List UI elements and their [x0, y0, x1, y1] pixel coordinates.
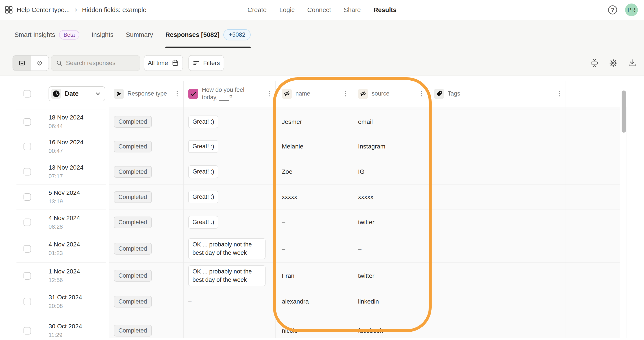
answer-value: – [188, 326, 192, 335]
row-checkbox[interactable] [24, 143, 31, 150]
table-row[interactable]: 5 Nov 2024 13:19 Completed Great! :) xxx… [16, 184, 626, 210]
name-value: Melanie [282, 143, 303, 150]
source-kebab-icon[interactable] [420, 90, 423, 98]
header-name[interactable]: name [276, 80, 352, 107]
name-value: Zoe [282, 168, 292, 175]
row-filler-cell [566, 210, 620, 235]
source-value: – [358, 245, 362, 252]
row-filler-cell [566, 184, 620, 210]
row-response-type-cell: Completed [109, 289, 184, 314]
row-tags-cell [428, 110, 566, 134]
frozen-column-divider [106, 110, 109, 134]
row-scroll-gutter [620, 235, 626, 263]
row-scroll-gutter [620, 210, 626, 235]
table-row[interactable]: 31 Oct 2024 20:08 Completed – alexandra … [16, 289, 626, 314]
select-all-checkbox[interactable] [24, 90, 31, 98]
row-checkbox[interactable] [24, 218, 31, 226]
row-filler-cell [566, 263, 620, 289]
frozen-column-divider [106, 134, 109, 159]
header-select-cell [16, 80, 43, 107]
name-value: Jesmer [282, 118, 302, 126]
row-select-cell [16, 289, 43, 314]
avatar[interactable]: PR [625, 4, 638, 16]
row-scroll-gutter [620, 314, 626, 338]
header-response-type[interactable]: Response type [109, 80, 184, 107]
nav-logic[interactable]: Logic [280, 6, 294, 14]
row-source-cell: twitter [352, 263, 428, 289]
results-page: Help Center type... › Hidden fields: exa… [0, 0, 644, 340]
row-checkbox[interactable] [24, 298, 31, 305]
tags-kebab-icon[interactable] [558, 90, 561, 98]
row-name-cell: Melanie [276, 134, 352, 159]
tab-summary[interactable]: Summary [126, 20, 153, 50]
row-checkbox[interactable] [24, 118, 31, 126]
top-nav: Create Logic Connect Share Results [0, 0, 644, 20]
row-response-type-cell: Completed [109, 134, 184, 159]
help-icon[interactable]: ? [608, 5, 618, 15]
row-time: 13:19 [48, 198, 80, 205]
row-response-type-cell: Completed [109, 110, 184, 134]
row-select-cell [16, 110, 43, 134]
answer-value: OK ... probably not the best day of the … [188, 238, 266, 260]
row-checkbox[interactable] [24, 193, 31, 201]
date-column-dropdown[interactable]: Date [48, 86, 105, 101]
row-name-cell: – [276, 210, 352, 235]
download-icon[interactable] [627, 58, 638, 68]
filters-button[interactable]: Filters [188, 55, 224, 71]
row-source-cell: facebook [352, 314, 428, 338]
vertical-scrollbar-thumb[interactable] [622, 90, 626, 133]
response-type-badge: Completed [114, 141, 152, 152]
row-checkbox[interactable] [24, 327, 31, 334]
nav-results[interactable]: Results [374, 6, 397, 14]
table-row[interactable]: 4 Nov 2024 08:28 Completed Great! :) – t… [16, 210, 626, 235]
row-source-cell: email [352, 110, 428, 134]
gear-icon[interactable] [608, 58, 618, 68]
nav-connect[interactable]: Connect [307, 6, 331, 14]
response-type-badge: Completed [114, 296, 152, 308]
table-row[interactable]: 4 Nov 2024 01:23 Completed OK ... probab… [16, 235, 626, 263]
nav-share[interactable]: Share [344, 6, 361, 14]
answer-value: Great! :) [188, 166, 218, 178]
question-kebab-icon[interactable] [267, 90, 271, 98]
name-kebab-icon[interactable] [344, 90, 347, 98]
response-type-kebab-icon[interactable] [175, 90, 179, 98]
row-answer-cell: Great! :) [184, 210, 276, 235]
row-date: 4 Nov 2024 [48, 241, 80, 248]
row-date: 31 Oct 2024 [48, 294, 82, 301]
tab-smart-insights[interactable]: Smart Insights Beta [14, 20, 79, 50]
tag-icon [434, 89, 444, 99]
row-checkbox[interactable] [24, 245, 31, 252]
tab-responses-label: Responses [5082] [166, 31, 220, 38]
tags-column-label: Tags [448, 90, 460, 98]
table-row[interactable]: 18 Nov 2024 06:44 Completed Great! :) Je… [16, 110, 626, 134]
row-time: 12:56 [48, 277, 80, 284]
header-source[interactable]: source [352, 80, 428, 107]
row-name-cell: Jesmer [276, 110, 352, 134]
source-value: facebook [358, 327, 383, 334]
inbox-view-button[interactable] [13, 56, 31, 70]
row-tags-cell [428, 289, 566, 314]
table-row[interactable]: 30 Oct 2024 11:29 Completed – nicole fac… [16, 314, 626, 338]
row-answer-cell: Great! :) [184, 159, 276, 184]
row-filler-cell [566, 110, 620, 134]
table-row[interactable]: 1 Nov 2024 12:56 Completed OK ... probab… [16, 263, 626, 289]
row-height-icon[interactable] [589, 58, 600, 68]
new-responses-pill[interactable]: +5082 [224, 29, 250, 40]
flagged-view-button[interactable] [31, 56, 48, 70]
header-tags[interactable]: Tags [428, 80, 566, 107]
search-input[interactable] [66, 60, 132, 66]
nav-create[interactable]: Create [248, 6, 267, 14]
row-time: 20:08 [48, 303, 82, 310]
beta-badge: Beta [59, 30, 79, 40]
frozen-column-divider [106, 80, 109, 107]
table-row[interactable]: 13 Nov 2024 07:17 Completed Great! :) Zo… [16, 159, 626, 184]
table-header-row: Date Response type [16, 80, 626, 107]
table-row[interactable]: 16 Nov 2024 00:47 Completed Great! :) Me… [16, 134, 626, 159]
header-question[interactable]: How do you feel today, ___? [184, 80, 276, 107]
tab-insights[interactable]: Insights [92, 20, 114, 50]
row-checkbox[interactable] [24, 168, 31, 176]
date-range-button[interactable]: All time [144, 55, 183, 71]
row-checkbox[interactable] [24, 272, 31, 280]
tab-responses[interactable]: Responses [5082] +5082 [166, 20, 250, 50]
row-date-cell: 30 Oct 2024 11:29 [43, 314, 106, 338]
